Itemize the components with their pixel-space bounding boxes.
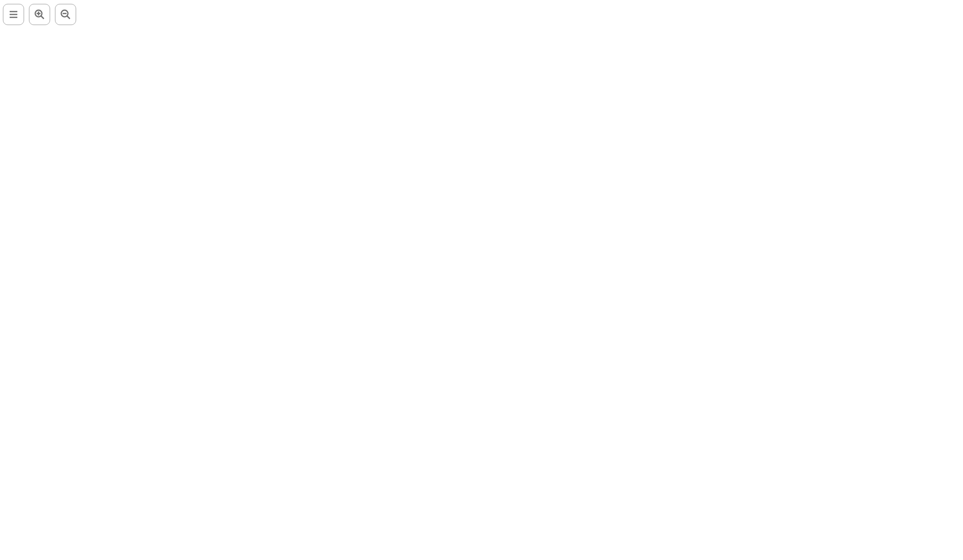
menu-button[interactable] — [3, 4, 24, 25]
zoom-out-button[interactable] — [55, 4, 76, 25]
zoom-in-button[interactable] — [29, 4, 50, 25]
